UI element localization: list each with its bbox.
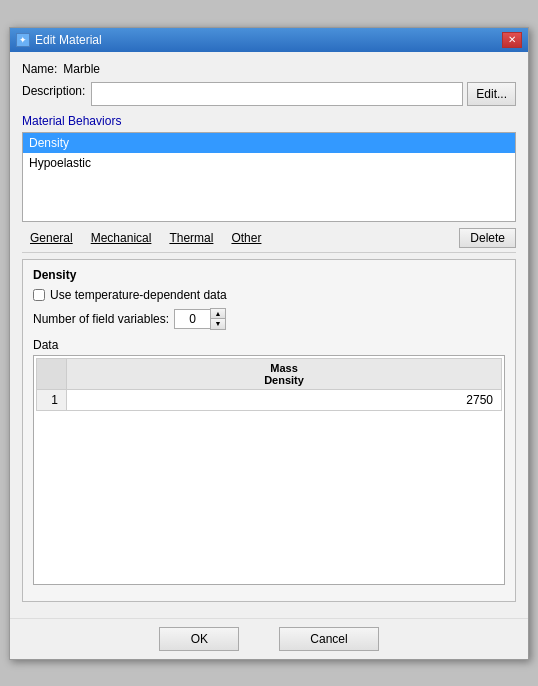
name-value: Marble [63,62,100,76]
field-variables-row: Number of field variables: ▲ ▼ [33,308,505,330]
tabs-left: General Mechanical Thermal Other [22,229,269,247]
window-title: Edit Material [35,33,102,47]
name-row: Name: Marble [22,62,516,76]
cancel-button[interactable]: Cancel [279,627,378,651]
spinner-up[interactable]: ▲ [211,309,225,319]
edit-material-window: ✦ Edit Material ✕ Name: Marble Descripti… [9,27,529,660]
density-panel: Density Use temperature-dependent data N… [22,259,516,602]
main-content: Name: Marble Description: Edit... Materi… [10,52,528,618]
description-label: Description: [22,82,85,98]
density-title: Density [33,268,505,282]
tab-other[interactable]: Other [223,229,269,247]
tab-mechanical[interactable]: Mechanical [83,229,160,247]
field-variables-spinner: ▲ ▼ [174,308,226,330]
data-area[interactable]: MassDensity 1 2750 [33,355,505,585]
description-input[interactable] [91,82,463,106]
window-icon: ✦ [16,33,30,47]
tabs-row: General Mechanical Thermal Other Delete [22,228,516,253]
col-mass-density: MassDensity [67,358,502,389]
behavior-hypoelastic[interactable]: Hypoelastic [23,153,515,173]
close-button[interactable]: ✕ [502,32,522,48]
row-number: 1 [37,389,67,410]
edit-button[interactable]: Edit... [467,82,516,106]
material-behaviors-label: Material Behaviors [22,114,516,128]
spinner-down[interactable]: ▼ [211,319,225,329]
temperature-checkbox[interactable] [33,289,45,301]
name-label: Name: [22,62,57,76]
bottom-row: OK Cancel [10,618,528,659]
table-row: 1 2750 [37,389,502,410]
checkbox-row: Use temperature-dependent data [33,288,505,302]
col-row-num [37,358,67,389]
data-section: Data MassDensity 1 2750 [33,338,505,585]
field-variables-input[interactable] [174,309,210,329]
field-variables-label: Number of field variables: [33,312,169,326]
title-bar: ✦ Edit Material ✕ [10,28,528,52]
description-row: Description: Edit... [22,82,516,106]
title-bar-left: ✦ Edit Material [16,33,102,47]
title-bar-controls: ✕ [502,32,522,48]
data-table: MassDensity 1 2750 [36,358,502,411]
behavior-density[interactable]: Density [23,133,515,153]
mass-density-value[interactable]: 2750 [67,389,502,410]
ok-button[interactable]: OK [159,627,239,651]
tab-thermal[interactable]: Thermal [161,229,221,247]
checkbox-label: Use temperature-dependent data [50,288,227,302]
tab-general[interactable]: General [22,229,81,247]
behaviors-box: Density Hypoelastic [22,132,516,222]
spinner-buttons: ▲ ▼ [210,308,226,330]
delete-button[interactable]: Delete [459,228,516,248]
data-section-label: Data [33,338,505,352]
